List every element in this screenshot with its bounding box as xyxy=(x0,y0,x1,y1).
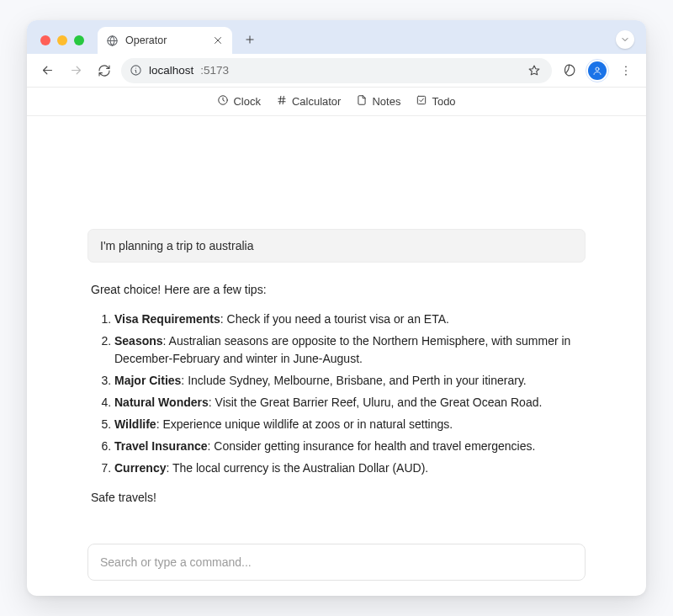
list-item: Seasons: Australian seasons are opposite… xyxy=(114,332,582,368)
browser-toolbar: localhost:5173 xyxy=(27,54,646,88)
browser-window: Operator localhost:5173 xyxy=(27,20,646,596)
leaf-extension-icon[interactable] xyxy=(557,59,580,82)
new-tab-button[interactable] xyxy=(239,29,261,50)
file-icon xyxy=(356,94,368,109)
assistant-outro: Safe travels! xyxy=(91,489,582,507)
tab-title: Operator xyxy=(125,35,205,46)
window-maximize-button[interactable] xyxy=(74,35,84,45)
list-item: Currency: The local currency is the Aust… xyxy=(114,459,582,477)
assistant-message: Great choice! Here are a few tips: Visa … xyxy=(87,281,586,518)
nav-item-calculator[interactable]: Calculator xyxy=(276,94,342,109)
nav-label: Clock xyxy=(233,95,261,108)
nav-item-clock[interactable]: Clock xyxy=(217,94,261,109)
nav-item-notes[interactable]: Notes xyxy=(356,94,400,109)
tips-list: Visa Requirements: Check if you need a t… xyxy=(91,311,582,477)
nav-label: Calculator xyxy=(292,95,342,108)
assistant-intro: Great choice! Here are a few tips: xyxy=(91,281,582,299)
tab-strip: Operator xyxy=(27,20,646,54)
browser-tab[interactable]: Operator xyxy=(98,27,232,54)
forward-button[interactable] xyxy=(64,59,87,82)
globe-icon xyxy=(106,35,119,47)
url-port: :5173 xyxy=(200,64,229,77)
address-bar[interactable]: localhost:5173 xyxy=(121,58,552,83)
user-message: I'm planning a trip to australia xyxy=(87,229,586,263)
macos-window-controls xyxy=(35,35,91,54)
profile-button[interactable] xyxy=(586,59,609,82)
hash-icon xyxy=(276,94,288,109)
tabs-dropdown-button[interactable] xyxy=(616,30,634,49)
nav-label: Notes xyxy=(372,95,400,108)
list-item: Wildlife: Experience unique wildlife at … xyxy=(114,416,582,433)
list-item: Visa Requirements: Check if you need a t… xyxy=(114,311,582,328)
window-minimize-button[interactable] xyxy=(57,35,67,45)
svg-point-5 xyxy=(625,73,627,75)
clock-icon xyxy=(217,94,229,109)
user-message-text: I'm planning a trip to australia xyxy=(100,239,253,252)
list-item: Natural Wonders: Visit the Great Barrier… xyxy=(114,394,582,412)
back-button[interactable] xyxy=(35,59,59,82)
list-item: Major Cities: Include Sydney, Melbourne,… xyxy=(114,372,582,390)
svg-point-3 xyxy=(625,66,627,67)
nav-item-todo[interactable]: Todo xyxy=(416,94,455,109)
list-item: Travel Insurance: Consider getting insur… xyxy=(114,438,582,455)
bookmark-star-icon[interactable] xyxy=(525,61,543,80)
check-square-icon xyxy=(416,94,427,109)
reload-button[interactable] xyxy=(93,59,116,82)
svg-rect-7 xyxy=(418,96,426,104)
url-host: localhost xyxy=(149,64,193,77)
site-info-icon[interactable] xyxy=(130,64,142,77)
nav-label: Todo xyxy=(432,95,455,108)
command-input[interactable] xyxy=(87,544,586,581)
browser-menu-button[interactable] xyxy=(614,59,638,82)
avatar-icon xyxy=(588,61,607,80)
main-content: I'm planning a trip to australia Great c… xyxy=(27,116,646,596)
svg-point-2 xyxy=(596,67,599,71)
svg-point-4 xyxy=(625,70,627,72)
tab-close-button[interactable] xyxy=(212,35,224,46)
window-close-button[interactable] xyxy=(40,35,50,45)
app-nav-bar: Clock Calculator Notes Todo xyxy=(27,88,646,116)
command-input-container xyxy=(87,544,586,581)
